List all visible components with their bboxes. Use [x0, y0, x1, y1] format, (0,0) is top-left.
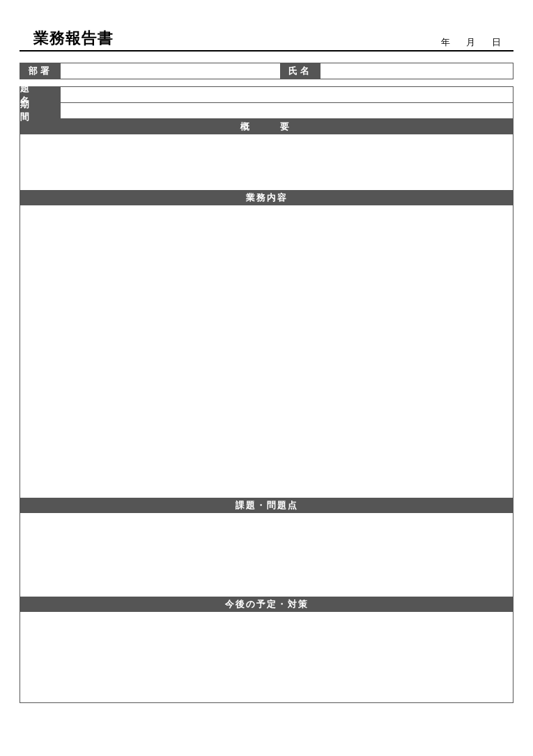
department-label: 部署 — [20, 63, 61, 79]
main-block: 題 名 期 間 概 要 業務内容 課題・問題点 今後の予定・対策 — [20, 86, 513, 703]
department-name-row: 部署 氏名 — [20, 63, 513, 79]
overview-input[interactable] — [20, 134, 513, 190]
date-line[interactable]: 年 月 日 — [441, 36, 513, 49]
name-label: 氏名 — [280, 63, 320, 79]
name-input[interactable] — [320, 63, 513, 79]
document-title: 業務報告書 — [20, 28, 114, 49]
issues-section-bar: 課題・問題点 — [20, 498, 513, 513]
subject-input[interactable] — [61, 87, 513, 102]
period-label: 期 間 — [20, 103, 61, 118]
plan-section-bar: 今後の予定・対策 — [20, 597, 513, 612]
header: 業務報告書 年 月 日 — [20, 28, 513, 52]
plan-input[interactable] — [20, 612, 513, 702]
period-input[interactable] — [61, 103, 513, 118]
issues-input[interactable] — [20, 513, 513, 597]
department-input[interactable] — [61, 63, 280, 79]
overview-section-bar: 概 要 — [20, 119, 513, 134]
work-section-bar: 業務内容 — [20, 190, 513, 205]
subject-row: 題 名 — [20, 87, 513, 103]
year-label: 年 — [441, 37, 457, 47]
day-label: 日 — [492, 37, 508, 47]
work-content-input[interactable] — [20, 205, 513, 498]
period-row: 期 間 — [20, 103, 513, 119]
month-label: 月 — [466, 37, 482, 47]
